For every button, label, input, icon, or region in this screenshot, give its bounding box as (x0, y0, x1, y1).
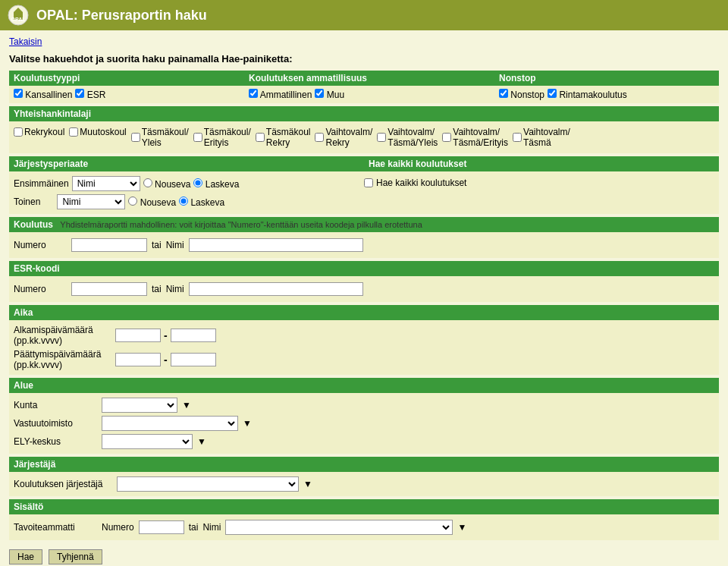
vastuutoimisto-select[interactable] (102, 416, 238, 431)
toinen-sort-row: Toinen Nimi Numero Päivämäärä Nouseva La… (14, 193, 364, 211)
nouseva2-label[interactable]: Nouseva (128, 197, 176, 208)
koulutuksen-jarjestaja-label: Koulutuksen järjestäjä (14, 479, 112, 489)
tasmakoyl-yleis-label[interactable]: Täsmäkoul/Yleis (131, 127, 189, 148)
kansallinen-checkbox[interactable] (14, 89, 23, 98)
nonstop-checkbox[interactable] (499, 89, 508, 98)
laskeva2-label[interactable]: Laskeva (179, 197, 224, 208)
back-link-top[interactable]: Takaisin (9, 36, 719, 47)
vaihtovalm-tasma-erityis-label[interactable]: Vaihtovalm/Täsmä/Erityis (442, 127, 508, 148)
ammatillinen-checkbox[interactable] (249, 89, 258, 98)
laskeva2-radio[interactable] (179, 197, 188, 206)
alkamis-end-input[interactable] (171, 329, 216, 342)
yhteishankintalaji-header: Yhteishankintalaji (9, 106, 719, 121)
jarjestysperiaate-section: Järjestysperiaate Hae kaikki koulutukset… (9, 156, 719, 214)
kansallinen-label[interactable]: Kansallinen (14, 89, 72, 100)
paattymis-end-input[interactable] (171, 353, 216, 366)
koulutustyyppi-col-header: Koulutustyyppi (9, 71, 244, 86)
esr-numero-label: Numero (14, 284, 67, 294)
koulutus-section: Koulutus Yhdistelmäraportti mahdollinen:… (9, 217, 719, 258)
sisalto-nimi-select[interactable] (225, 520, 453, 535)
yhteishankintalaji-section: Yhteishankintalaji Rekrykoul Muutoskoul … (9, 106, 719, 153)
vaihtovalm-tasma-yleis-checkbox[interactable] (377, 133, 386, 142)
esr-koodi-section: ESR-koodi Numero tai Nimi (9, 261, 719, 302)
nonstop-label[interactable]: Nonstop (499, 89, 544, 100)
ely-select[interactable] (102, 434, 193, 449)
koulutus-header: Koulutus Yhdistelmäraportti mahdollinen:… (9, 217, 719, 232)
vaihtovalm-tasma-label[interactable]: Vaihtovalm/Täsmä (513, 127, 570, 148)
paattymis-row: Päättymispäivämäärä(pp.kk.vvvv) - (14, 347, 714, 372)
muu-checkbox[interactable] (315, 89, 324, 98)
ensimmainen-sort-select[interactable]: Nimi Numero Päivämäärä (72, 176, 140, 191)
alkamis-start-input[interactable] (115, 329, 161, 342)
jarjestaja-header: Järjestäjä (9, 457, 719, 472)
vaihtovalm-tasma-checkbox[interactable] (513, 133, 522, 142)
vaihtovalm-rekry-label[interactable]: Vaihtovalm/Rekry (315, 127, 372, 148)
rekrykoul-checkbox[interactable] (14, 127, 23, 137)
sisalto-section: Sisältö Tavoiteammatti Numero tai Nimi ▼ (9, 499, 719, 540)
rekrykoul-label[interactable]: Rekrykoul (14, 127, 64, 137)
sisalto-dropdown-icon: ▼ (457, 522, 466, 533)
ely-label: ELY-keskus (14, 436, 97, 447)
alue-section: Alue Kunta ▼ Vastuutoimisto ▼ ELY-keskus (9, 378, 719, 454)
muutoskoul-checkbox[interactable] (69, 127, 78, 137)
vaihtovalm-rekry-checkbox[interactable] (315, 133, 324, 142)
hae-kaikki-checkbox[interactable] (364, 178, 373, 187)
tasmakoul-yleis-checkbox[interactable] (131, 133, 140, 142)
tasmakoul-rekry-label[interactable]: TäsmäkoulRekry (256, 127, 311, 148)
koulutustyyppi-section: Koulutustyyppi Koulutuksen ammatillisuus… (9, 71, 719, 103)
app-logo: OPAL (8, 5, 29, 26)
sisalto-nimi-label: Nimi (202, 522, 221, 533)
aika-section: Aika Alkamispäivämäärä(pp.kk.vvvv) - Pää… (9, 305, 719, 375)
tyhjenna-button[interactable]: Tyhjennä (49, 549, 102, 564)
vastuutoimisto-dropdown-icon: ▼ (243, 418, 252, 429)
laskeva1-label[interactable]: Laskeva (193, 178, 239, 190)
main-instruction: Valitse hakuehdot ja suorita haku painam… (9, 53, 719, 64)
tasmakoul-erityis-checkbox[interactable] (193, 133, 202, 142)
jarjestysperiaate-body: Ensimmäinen Nimi Numero Päivämäärä Nouse… (14, 175, 364, 211)
paattymis-start-input[interactable] (115, 353, 161, 366)
koulutuksen-jarjestaja-select[interactable] (117, 476, 299, 492)
esr-numero-input[interactable] (71, 282, 147, 296)
esr-checkbox[interactable] (75, 89, 84, 98)
laskeva1-radio[interactable] (193, 178, 202, 187)
koulutus-numero-input[interactable] (71, 238, 147, 252)
koulutuksen-jarjestaja-row: Koulutuksen järjestäjä ▼ (14, 475, 714, 493)
jarjestaja-section: Järjestäjä Koulutuksen järjestäjä ▼ (9, 457, 719, 496)
koulutus-tai: tai (152, 240, 162, 250)
hae-kaikki-checkbox-label[interactable]: Hae kaikki koulutukset (364, 178, 714, 188)
rintamakoulutus-label[interactable]: Rintamakoulutus (548, 89, 627, 100)
kunta-select[interactable] (102, 398, 177, 413)
esr-nimi-input[interactable] (189, 282, 363, 296)
koulutustyyppi-col-body: Kansallinen ESR (14, 89, 249, 100)
vaihtovalm-tasma-erityis-checkbox[interactable] (442, 133, 451, 142)
tasmakoul-rekry-checkbox[interactable] (256, 133, 265, 142)
jarjestysperiaate-header: Järjestysperiaate (9, 156, 364, 171)
vaihtovalm-tasma-yleis-label[interactable]: Vaihtovalm/Täsmä/Yleis (377, 127, 438, 148)
muu-label[interactable]: Muu (315, 89, 344, 100)
koulutus-nimi-input[interactable] (189, 238, 363, 252)
ammatillinen-label[interactable]: Ammatillinen (249, 89, 312, 100)
ammatillisuus-col-body: Ammatillinen Muu (249, 89, 499, 100)
sisalto-tai: tai (189, 522, 199, 533)
svg-text:OPAL: OPAL (11, 17, 27, 22)
toinen-sort-select[interactable]: Nimi Numero Päivämäärä (57, 194, 125, 209)
esr-numero-row: Numero tai Nimi (14, 279, 714, 299)
kunta-row: Kunta ▼ (14, 396, 714, 414)
hae-button[interactable]: Hae (9, 549, 42, 564)
jarjestaja-dropdown-icon: ▼ (303, 479, 312, 489)
esr-label[interactable]: ESR (75, 89, 105, 100)
ensimmainen-label: Ensimmäinen (14, 178, 69, 189)
alue-header: Alue (9, 378, 719, 393)
tasmakoul-erityis-label[interactable]: Täsmäkoul/Erityis (193, 127, 251, 148)
sisalto-numero-input[interactable] (139, 520, 184, 534)
vastuutoimisto-row: Vastuutoimisto ▼ (14, 414, 714, 432)
main-content: Takaisin Valitse hakuehdot ja suorita ha… (0, 30, 728, 566)
jarjestaja-body: Koulutuksen järjestäjä ▼ (9, 472, 719, 496)
rintamakoulutus-checkbox[interactable] (548, 89, 557, 98)
nouseva1-radio[interactable] (143, 178, 152, 187)
muutoskoul-label[interactable]: Muutoskoul (69, 127, 126, 137)
sisalto-body: Tavoiteammatti Numero tai Nimi ▼ (9, 514, 719, 540)
nouseva2-radio[interactable] (128, 197, 137, 206)
esr-tai: tai (152, 284, 162, 294)
nouseva1-label[interactable]: Nouseva (143, 178, 191, 190)
